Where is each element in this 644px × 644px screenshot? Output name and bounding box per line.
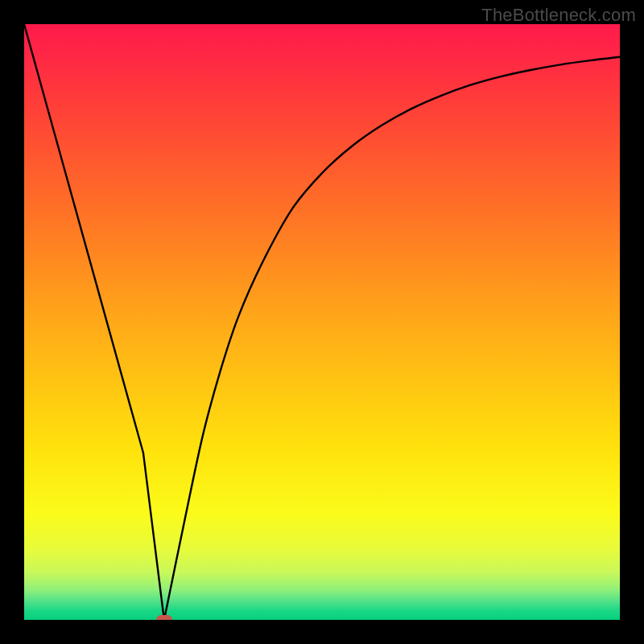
plot-area bbox=[24, 24, 620, 620]
watermark-text: TheBottleneck.com bbox=[481, 5, 636, 26]
minimum-marker bbox=[156, 615, 172, 620]
bottleneck-curve bbox=[24, 24, 620, 620]
chart-frame: TheBottleneck.com bbox=[0, 0, 644, 644]
